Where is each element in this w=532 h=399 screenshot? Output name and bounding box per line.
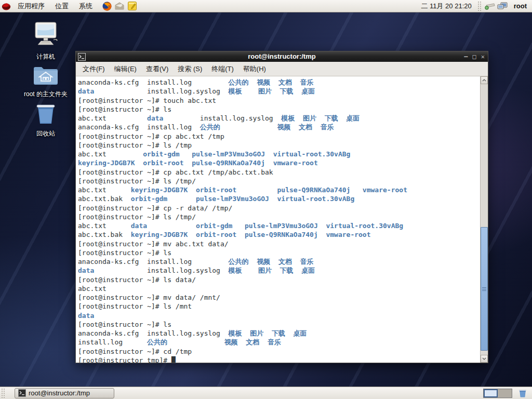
- menu-view[interactable]: 查看(V): [141, 62, 173, 76]
- terminal-line: [root@instructor ~]# mv data/ /mnt/: [78, 293, 480, 302]
- menu-terminal[interactable]: 终端(T): [207, 62, 238, 76]
- trash-applet-icon[interactable]: [516, 387, 529, 399]
- scrollbar[interactable]: [480, 76, 488, 363]
- scroll-down-button[interactable]: [481, 355, 488, 363]
- desktop-icon-label: root 的主文件夹: [24, 90, 68, 99]
- terminal-line: abc.txt data orbit-gdm pulse-lmP3Vmu3oGO…: [78, 221, 480, 230]
- desktop-icon-computer[interactable]: 计算机: [9, 22, 82, 61]
- titlebar[interactable]: root@instructor:/tmp – □ ✕: [76, 51, 488, 62]
- desktop-icon-label: 回收站: [36, 129, 55, 138]
- terminal-line: install.log 公共的 视频 文档 音乐: [78, 338, 480, 347]
- terminal-line: [root@instructor ~]# ls /tmp: [78, 141, 480, 150]
- terminal-line: abc.txt.bak orbit-gdm pulse-lmP3Vmu3oGOJ…: [78, 194, 480, 203]
- terminal-line: [root@instructor ~]# cp -r data/ /tmp/: [78, 204, 480, 212]
- menu-help[interactable]: 帮助(H): [238, 62, 271, 76]
- maximize-icon[interactable]: □: [473, 51, 476, 62]
- terminal-line: [root@instructor ~]# ls /tmp/: [78, 177, 480, 185]
- email-icon[interactable]: [113, 0, 126, 12]
- terminal-line: [root@instructor ~]# cp abc.txt /tmp/abc…: [78, 168, 480, 177]
- terminal-line: abc.txt orbit-gdm pulse-lmP3Vmu3oGOJ vir…: [78, 150, 480, 158]
- scrollbar-thumb[interactable]: [481, 227, 488, 351]
- terminal-line: anaconda-ks.cfg install.log 公共的 视频 文档 音乐: [78, 257, 480, 266]
- terminal-line: [root@instructor ~]# mv abc.txt data/: [78, 240, 480, 248]
- keyboard-indicator-icon[interactable]: [484, 0, 496, 12]
- workspace-2[interactable]: [498, 389, 512, 397]
- terminal-window: root@instructor:/tmp – □ ✕ 文件(F) 编辑(E) 查…: [75, 51, 488, 363]
- terminal-line: [root@instructor ~]# touch abc.txt: [78, 96, 480, 105]
- terminal-line: abc.txt.bak keyring-JDGB7K orbit-root pu…: [78, 230, 480, 239]
- redhat-menu-icon[interactable]: [0, 0, 12, 12]
- terminal-line: [root@instructor ~]# ls: [78, 105, 480, 114]
- terminal-line: anaconda-ks.cfg install.log 公共的 视频 文档 音乐: [78, 123, 480, 131]
- user-switcher[interactable]: root: [509, 2, 532, 10]
- firefox-icon[interactable]: [101, 0, 113, 12]
- computer-icon: [31, 22, 61, 51]
- terminal-line: [root@instructor ~]# ls /mnt: [78, 302, 480, 311]
- clock[interactable]: 二 11月 20 21:20: [417, 2, 475, 11]
- terminal-line: anaconda-ks.cfg install.log.syslog 模板 图片…: [78, 329, 480, 338]
- workspace-switcher: [483, 389, 512, 398]
- desktop: 应用程序 位置 系统 二 11月 20 21:20: [0, 0, 532, 399]
- menu-applications[interactable]: 应用程序: [12, 0, 50, 12]
- terminal-line: abc.txt data install.log.syslog 模板 图片 下载…: [78, 114, 480, 123]
- terminal-line: anaconda-ks.cfg install.log 公共的 视频 文档 音乐: [78, 78, 480, 87]
- terminal-content[interactable]: anaconda-ks.cfg install.log 公共的 视频 文档 音乐…: [76, 76, 488, 363]
- terminal-line: [root@instructor tmp]# █: [78, 356, 480, 363]
- trash-icon: [34, 102, 58, 128]
- terminal-text: anaconda-ks.cfg install.log 公共的 视频 文档 音乐…: [78, 78, 480, 363]
- terminal-line: [root@instructor ~]# ls: [78, 248, 480, 257]
- top-panel: 应用程序 位置 系统 二 11月 20 21:20: [0, 0, 532, 12]
- window-title: root@instructor:/tmp: [76, 51, 488, 62]
- notes-icon[interactable]: [126, 0, 138, 12]
- taskbar-window-button[interactable]: root@instructor:/tmp: [15, 388, 114, 398]
- panel-grip-bottom[interactable]: [1, 388, 6, 398]
- terminal-icon: [78, 53, 86, 61]
- terminal-line: [root@instructor ~]# ls /tmp/: [78, 212, 480, 221]
- menu-system[interactable]: 系统: [74, 0, 98, 12]
- window-menubar: 文件(F) 编辑(E) 查看(V) 搜索 (S) 终端(T) 帮助(H): [76, 62, 488, 76]
- taskbar-window-label: root@instructor:/tmp: [29, 389, 90, 397]
- panel-grip[interactable]: [477, 1, 482, 11]
- terminal-line: abc.txt keyring-JDGB7K orbit-root pulse-…: [78, 185, 480, 194]
- menu-places[interactable]: 位置: [50, 0, 74, 12]
- terminal-line: keyring-JDGB7K orbit-root pulse-Q9RNKaOa…: [78, 158, 480, 167]
- workspace-1[interactable]: [484, 389, 498, 397]
- minimize-icon[interactable]: –: [464, 51, 468, 62]
- close-icon[interactable]: ✕: [481, 51, 485, 62]
- terminal-line: data: [78, 311, 480, 320]
- terminal-line: [root@instructor ~]# cd /tmp: [78, 347, 480, 356]
- desktop-icon-label: 计算机: [36, 52, 55, 61]
- menu-edit[interactable]: 编辑(E): [110, 62, 141, 76]
- home-folder-icon: [32, 64, 59, 88]
- terminal-line: data install.log.syslog 模板 图片 下载 桌面: [78, 266, 480, 275]
- bottom-panel: root@instructor:/tmp: [0, 387, 532, 399]
- desktop-icon-trash[interactable]: 回收站: [9, 102, 82, 138]
- menu-file[interactable]: 文件(F): [78, 62, 110, 76]
- terminal-line: [root@instructor ~]# cp abc.txt /tmp: [78, 132, 480, 141]
- terminal-line: [root@instructor ~]# ls data/: [78, 275, 480, 284]
- desktop-icon-home[interactable]: root 的主文件夹: [9, 64, 82, 99]
- display-settings-icon[interactable]: [496, 0, 509, 12]
- scroll-up-button[interactable]: [481, 76, 488, 84]
- terminal-line: data install.log.syslog 模板 图片 下载 桌面: [78, 87, 480, 96]
- terminal-line: [root@instructor ~]# ls: [78, 320, 480, 329]
- terminal-line: abc.txt: [78, 284, 480, 293]
- terminal-icon: [18, 389, 26, 397]
- menu-search[interactable]: 搜索 (S): [173, 62, 207, 76]
